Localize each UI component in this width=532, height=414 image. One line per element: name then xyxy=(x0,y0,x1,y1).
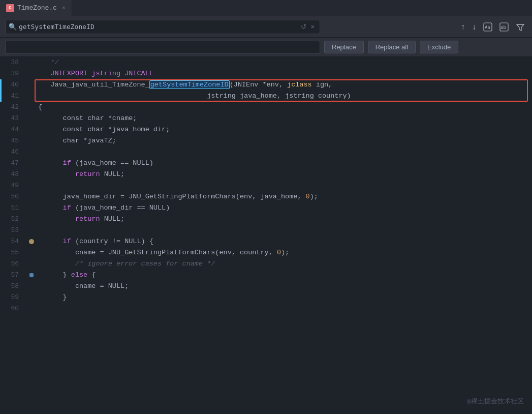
match-case-button[interactable]: Aa xyxy=(481,21,494,33)
line-content: const char *cname; xyxy=(36,113,532,124)
line-gutter xyxy=(27,102,36,113)
line-gutter xyxy=(27,146,36,158)
code-line: 45 char *javaTZ; xyxy=(0,135,532,146)
tab-bar: C TimeZone.c × xyxy=(0,0,532,16)
line-content: cname = NULL; xyxy=(36,281,532,292)
code-line: 54 if (country != NULL) { xyxy=(0,236,532,247)
line-gutter xyxy=(27,236,36,247)
line-content: /* ignore error cases for cname */ xyxy=(36,258,532,270)
line-content: if (java_home_dir == NULL) xyxy=(36,202,532,214)
code-line: 39 JNIEXPORT jstring JNICALL xyxy=(0,68,532,79)
line-content xyxy=(36,146,532,158)
code-line: 38 */ xyxy=(0,57,532,68)
line-number: 43 xyxy=(2,113,27,124)
code-line: 56 /* ignore error cases for cname */ xyxy=(0,258,532,270)
line-number: 49 xyxy=(2,180,27,191)
svg-rect-6 xyxy=(29,273,34,277)
line-gutter xyxy=(27,303,36,314)
line-number: 38 xyxy=(2,57,27,68)
line-number: 44 xyxy=(2,124,27,135)
file-tab[interactable]: C TimeZone.c × xyxy=(0,0,72,16)
line-gutter xyxy=(27,169,36,180)
code-editor: 38 */39 JNIEXPORT jstring JNICALL40 Java… xyxy=(0,57,532,414)
line-gutter xyxy=(27,124,36,135)
code-line: 40 Java_java_util_TimeZone_getSystemTime… xyxy=(0,79,532,91)
line-content: if (java_home == NULL) xyxy=(36,158,532,169)
code-line: 41 jstring java_home, jstring country) xyxy=(0,91,532,102)
line-content xyxy=(36,225,532,236)
search-toolbar: 🔍 ↺ × ↑ ↓ Aa ab xyxy=(0,16,532,38)
line-content: if (country != NULL) { xyxy=(36,236,532,247)
code-line: 53 xyxy=(0,225,532,236)
line-gutter xyxy=(27,180,36,191)
line-number: 45 xyxy=(2,135,27,146)
line-number: 56 xyxy=(2,258,27,270)
line-number: 50 xyxy=(2,191,27,202)
code-line: 46 xyxy=(0,146,532,158)
replace-input[interactable] xyxy=(9,43,317,51)
replace-all-button[interactable]: Replace all xyxy=(368,41,416,53)
line-content: char *javaTZ; xyxy=(36,135,532,146)
line-content: return NULL; xyxy=(36,169,532,180)
line-gutter xyxy=(27,68,36,79)
code-line: 49 xyxy=(0,180,532,191)
exclude-button[interactable]: Exclude xyxy=(420,41,458,53)
line-gutter xyxy=(27,247,36,258)
line-number: 42 xyxy=(2,102,27,113)
code-line: 44 const char *java_home_dir; xyxy=(0,124,532,135)
line-gutter xyxy=(27,79,36,91)
watermark: @稀土掘金技术社区 xyxy=(467,397,524,406)
refresh-icon[interactable]: ↺ xyxy=(299,22,308,32)
line-number: 57 xyxy=(2,270,27,281)
line-gutter xyxy=(27,258,36,270)
line-content: return NULL; xyxy=(36,214,532,225)
code-line: 48 return NULL; xyxy=(0,169,532,180)
tab-close-icon[interactable]: × xyxy=(62,5,66,11)
line-number: 60 xyxy=(2,303,27,314)
line-gutter xyxy=(27,270,36,281)
line-gutter xyxy=(27,91,36,102)
line-gutter xyxy=(27,225,36,236)
replace-toolbar: Replace Replace all Exclude xyxy=(0,38,532,57)
line-number: 53 xyxy=(2,225,27,236)
search-up-button[interactable]: ↑ xyxy=(459,21,467,33)
code-line: 59 } xyxy=(0,292,532,303)
search-icon: 🔍 xyxy=(9,23,17,31)
whole-word-button[interactable]: ab xyxy=(497,21,511,33)
line-content xyxy=(36,303,532,314)
replace-wrapper xyxy=(5,41,320,54)
search-down-button[interactable]: ↓ xyxy=(470,21,478,33)
code-area[interactable]: 38 */39 JNIEXPORT jstring JNICALL40 Java… xyxy=(0,57,532,414)
line-gutter xyxy=(27,281,36,292)
code-line: 55 cname = JNU_GetStringPlatformChars(en… xyxy=(0,247,532,258)
line-number: 39 xyxy=(2,68,27,79)
code-line: 58 cname = NULL; xyxy=(0,281,532,292)
code-line: 52 return NULL; xyxy=(0,214,532,225)
svg-text:ab: ab xyxy=(500,25,506,30)
action-buttons-group: Replace Replace all Exclude xyxy=(324,41,458,53)
line-gutter xyxy=(27,191,36,202)
line-content: } else { xyxy=(36,270,532,281)
line-gutter xyxy=(27,202,36,214)
filter-button[interactable] xyxy=(514,21,527,33)
line-number: 48 xyxy=(2,169,27,180)
line-gutter xyxy=(27,292,36,303)
line-content: const char *java_home_dir; xyxy=(36,124,532,135)
line-content: java_home_dir = JNU_GetStringPlatformCha… xyxy=(36,191,532,202)
code-line: 60 xyxy=(0,303,532,314)
line-number: 54 xyxy=(2,236,27,247)
clear-search-button[interactable]: × xyxy=(308,22,317,32)
line-gutter xyxy=(27,214,36,225)
line-gutter xyxy=(27,135,36,146)
line-content: JNIEXPORT jstring JNICALL xyxy=(36,68,532,79)
line-gutter xyxy=(27,57,36,68)
line-number: 41 xyxy=(2,91,27,102)
search-input[interactable] xyxy=(19,23,299,31)
code-line: 50 java_home_dir = JNU_GetStringPlatform… xyxy=(0,191,532,202)
code-line: 47 if (java_home == NULL) xyxy=(0,158,532,169)
line-number: 52 xyxy=(2,214,27,225)
svg-text:Aa: Aa xyxy=(485,25,490,30)
replace-button[interactable]: Replace xyxy=(324,41,364,53)
line-content: Java_java_util_TimeZone_getSystemTimeZon… xyxy=(36,79,532,91)
line-content: } xyxy=(36,292,532,303)
